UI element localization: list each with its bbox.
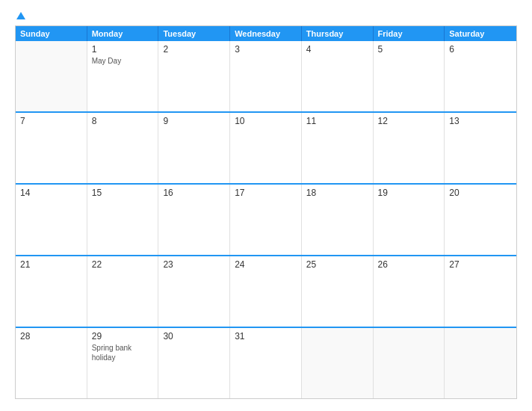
header-thursday: Thursday: [302, 26, 374, 41]
logo-blue-text: [15, 12, 25, 19]
day-cell: 7: [16, 113, 87, 183]
day-number: 22: [92, 259, 154, 270]
day-cell: 9: [158, 113, 230, 183]
header-sunday: Sunday: [16, 26, 87, 41]
day-cell: 20: [445, 185, 516, 255]
day-number: 20: [449, 188, 512, 198]
day-cell: 27: [445, 256, 516, 327]
event-label: May Day: [92, 56, 154, 66]
day-cell: 16: [158, 185, 230, 255]
day-number: 6: [449, 44, 512, 55]
day-number: 25: [306, 259, 368, 270]
day-number: 23: [163, 259, 225, 270]
day-cell: 26: [374, 256, 445, 327]
day-number: 3: [235, 44, 297, 55]
day-cell: 21: [16, 256, 87, 327]
event-label: Spring bank: [92, 343, 154, 353]
header-saturday: Saturday: [445, 26, 516, 41]
event-label: holiday: [92, 353, 154, 362]
header-wednesday: Wednesday: [230, 26, 302, 41]
day-number: 28: [20, 331, 82, 342]
day-number: 11: [306, 116, 368, 126]
week-row-5: 2829Spring bankholiday3031: [16, 327, 516, 398]
day-cell: 6: [445, 41, 516, 111]
day-number: 9: [163, 116, 225, 126]
day-cell: 22: [87, 256, 159, 327]
day-number: 12: [378, 116, 440, 126]
day-cell: 25: [302, 256, 374, 327]
day-cell: [445, 328, 516, 398]
weeks-container: 1May Day23456789101112131415161718192021…: [16, 41, 516, 398]
day-number: 2: [163, 44, 225, 55]
day-number: 17: [235, 188, 297, 198]
day-number: 8: [92, 116, 154, 126]
day-number: 10: [235, 116, 297, 126]
day-cell: [374, 328, 445, 398]
day-cell: 24: [230, 256, 302, 327]
header: [15, 12, 517, 19]
day-cell: [302, 328, 374, 398]
day-number: 21: [20, 259, 82, 270]
day-headers-row: Sunday Monday Tuesday Wednesday Thursday…: [16, 26, 516, 41]
header-monday: Monday: [87, 26, 159, 41]
day-cell: 8: [87, 113, 159, 183]
calendar-page: Sunday Monday Tuesday Wednesday Thursday…: [0, 0, 532, 411]
day-cell: 5: [374, 41, 445, 111]
day-number: 4: [306, 44, 368, 55]
day-cell: 18: [302, 185, 374, 255]
day-cell: 15: [87, 185, 159, 255]
week-row-2: 78910111213: [16, 111, 516, 183]
day-number: 5: [378, 44, 440, 55]
day-cell: 3: [230, 41, 302, 111]
logo: [15, 12, 25, 19]
day-cell: 1May Day: [87, 41, 159, 111]
logo-triangle-icon: [16, 12, 25, 19]
day-cell: 13: [445, 113, 516, 183]
day-cell: 29Spring bankholiday: [87, 328, 159, 398]
day-cell: 23: [158, 256, 230, 327]
day-number: 31: [235, 331, 297, 342]
day-number: 30: [163, 331, 225, 342]
day-cell: 17: [230, 185, 302, 255]
day-number: 19: [378, 188, 440, 198]
day-number: 24: [235, 259, 297, 270]
calendar-grid: Sunday Monday Tuesday Wednesday Thursday…: [15, 25, 517, 399]
header-friday: Friday: [374, 26, 445, 41]
day-number: 1: [92, 44, 154, 55]
day-number: 14: [20, 188, 82, 198]
header-tuesday: Tuesday: [158, 26, 230, 41]
day-number: 15: [92, 188, 154, 198]
day-cell: 12: [374, 113, 445, 183]
day-cell: 2: [158, 41, 230, 111]
day-cell: 28: [16, 328, 87, 398]
day-number: 13: [449, 116, 512, 126]
day-number: 18: [306, 188, 368, 198]
week-row-4: 21222324252627: [16, 255, 516, 327]
day-cell: [16, 41, 87, 111]
day-cell: 11: [302, 113, 374, 183]
day-cell: 19: [374, 185, 445, 255]
week-row-1: 1May Day23456: [16, 41, 516, 111]
day-cell: 14: [16, 185, 87, 255]
day-number: 26: [378, 259, 440, 270]
day-cell: 31: [230, 328, 302, 398]
week-row-3: 14151617181920: [16, 183, 516, 255]
day-cell: 4: [302, 41, 374, 111]
day-cell: 30: [158, 328, 230, 398]
day-number: 16: [163, 188, 225, 198]
day-number: 7: [20, 116, 82, 126]
day-number: 29: [92, 331, 154, 342]
day-cell: 10: [230, 113, 302, 183]
day-number: 27: [449, 259, 512, 270]
